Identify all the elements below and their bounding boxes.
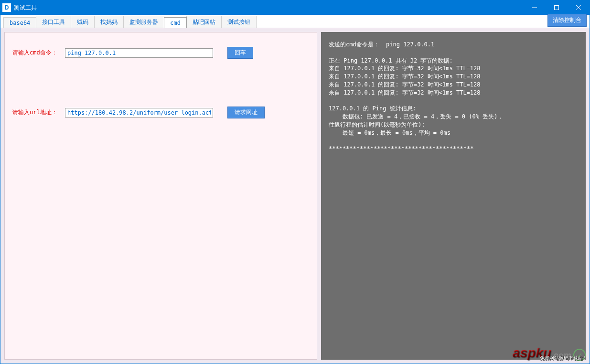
cmd-label: 请输入cmd命令： — [12, 49, 60, 57]
tab-cmd[interactable]: cmd — [164, 17, 187, 28]
app-window: D 测试工具 base64接口工具贼码找妈妈监测服务器cmd贴吧回帖测试按钮 清… — [0, 0, 590, 364]
tab-bar: base64接口工具贼码找妈妈监测服务器cmd贴吧回帖测试按钮 清除控制台 — [0, 15, 590, 28]
enter-button[interactable]: 回车 — [227, 47, 253, 59]
svg-rect-1 — [555, 6, 559, 10]
cmd-input[interactable] — [65, 48, 213, 58]
window-title: 测试工具 — [14, 4, 524, 12]
minimize-button[interactable] — [524, 0, 546, 15]
tab-监测服务器[interactable]: 监测服务器 — [123, 16, 164, 28]
cmd-tab-panel: 请输入cmd命令： 回车 请输入url地址： 请求网址 — [4, 32, 317, 360]
url-row: 请输入url地址： 请求网址 — [12, 107, 309, 118]
url-label: 请输入url地址： — [12, 108, 60, 117]
close-button[interactable] — [568, 0, 590, 15]
tab-贼码[interactable]: 贼码 — [71, 16, 95, 28]
tab-测试按钮[interactable]: 测试按钮 — [221, 16, 257, 28]
tab-接口工具[interactable]: 接口工具 — [36, 16, 71, 28]
content-area: 请输入cmd命令： 回车 请输入url地址： 请求网址 发送的cmd命令是： p… — [0, 28, 590, 364]
cmd-row: 请输入cmd命令： 回车 — [12, 47, 309, 59]
clear-console-button[interactable]: 清除控制台 — [547, 14, 587, 27]
console-output[interactable]: 发送的cmd命令是： ping 127.0.0.1 正在 Ping 127.0.… — [321, 32, 586, 360]
url-input[interactable] — [65, 108, 213, 118]
window-controls — [524, 0, 590, 15]
tab-找妈妈[interactable]: 找妈妈 — [94, 16, 124, 28]
request-url-button[interactable]: 请求网址 — [227, 107, 265, 118]
maximize-button[interactable] — [546, 0, 568, 15]
app-icon: D — [2, 3, 11, 12]
tab-贴吧回帖[interactable]: 贴吧回帖 — [186, 16, 222, 28]
tab-base64[interactable]: base64 — [3, 17, 36, 28]
titlebar: D 测试工具 — [0, 0, 590, 15]
